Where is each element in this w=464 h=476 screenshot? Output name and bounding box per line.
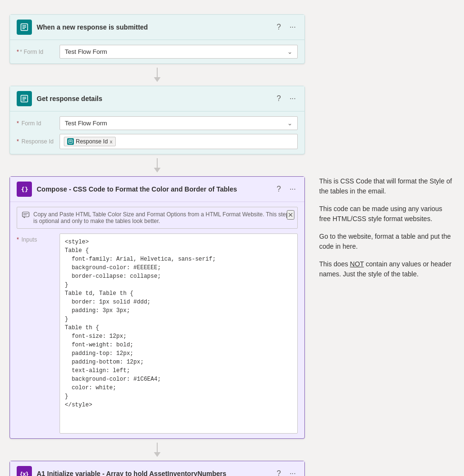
step1-card: When a new response is submitted ? ··· *… [10,14,305,64]
connector-1-line [157,68,158,77]
step3-hint-close-button[interactable]: ✕ [287,210,294,220]
tag-forms-icon [67,138,74,145]
step3-title: Compose - CSS Code to Format the Color a… [37,185,270,193]
step1-chevron-icon: ⌄ [287,48,293,55]
step3-inputs-row: * Inputs <style> Table { font-family: Ar… [17,233,298,434]
step2-form-id-label: * Form Id [17,120,55,127]
step1-body: ** Form Id Test Flow Form ⌄ [10,40,304,63]
step1-form-id-row: ** Form Id Test Flow Form ⌄ [17,45,298,59]
annotation-para2: This code can be made using any various … [319,204,454,224]
response-id-remove-button[interactable]: x [110,139,112,144]
annotation-column: This is CSS Code that will format the St… [314,14,454,287]
step1-actions: ? ··· [275,22,298,32]
forms2-icon [20,94,29,103]
step2-response-id-label: * Response Id [17,138,55,145]
annotation-para3: Go to the website, format a table and pu… [319,232,454,252]
step4-icon: {x} [17,466,32,476]
step2-card: Get response details ? ··· * Form Id Tes… [10,86,305,154]
step4-card: {x} A1 Initialize variable - Array to ho… [10,461,305,476]
response-id-tag-text: Response Id [76,138,108,145]
connector-2-arrow [154,168,161,172]
connector-2 [154,154,161,176]
step3-more-button[interactable]: ··· [288,184,298,194]
step2-header: Get response details ? ··· [10,86,304,111]
step2-help-button[interactable]: ? [275,93,283,104]
step3-inputs-label: * Inputs [17,233,55,243]
step4-header: {x} A1 Initialize variable - Array to ho… [10,461,304,476]
step3-header: {} Compose - CSS Code to Format the Colo… [10,177,304,202]
step3-inputs-textarea[interactable]: <style> Table { font-family: Arial, Helv… [60,233,298,434]
connector-2-line [157,158,158,168]
step1-help-button[interactable]: ? [275,22,283,32]
annotation-para1: This is CSS Code that will format the St… [319,176,454,196]
step2-form-id-select[interactable]: Test Flow Form ⌄ [60,116,298,130]
step1-title: When a new response is submitted [37,23,270,31]
compose-icon: {} [20,184,29,194]
step4-actions: ? ··· [275,468,298,476]
annotation-para4-before: This does [319,260,350,268]
step2-response-id-field[interactable]: Response Id x [60,134,298,149]
svg-text:{}: {} [21,186,29,193]
step3-body: Copy and Paste HTML Table Color Size and… [10,202,304,438]
step2-chevron-icon: ⌄ [287,120,293,127]
forms-icon [20,22,29,32]
step2-form-id-row: * Form Id Test Flow Form ⌄ [17,116,298,130]
annotation-para4-underline: NOT [350,260,364,268]
page-container: When a new response is submitted ? ··· *… [0,10,464,476]
step2-icon [17,91,32,106]
step4-more-button[interactable]: ··· [288,468,298,476]
chat-icon [22,212,30,221]
step1-form-id-select[interactable]: Test Flow Form ⌄ [60,45,298,59]
step3-icon: {} [17,182,32,197]
step3-card: {} Compose - CSS Code to Format the Colo… [10,176,305,439]
step3-hint-banner: Copy and Paste HTML Table Color Size and… [17,207,298,229]
step1-form-id-label: ** Form Id [17,49,55,55]
svg-rect-12 [22,212,29,217]
step4-help-button[interactable]: ? [275,468,283,476]
connector-1-arrow [154,77,161,82]
connector-3-arrow [154,452,161,457]
connector-3 [154,439,161,461]
connector-1 [154,64,161,86]
step3-hint-text: Copy and Paste HTML Table Color Size and… [33,211,293,224]
step2-response-id-row: * Response Id Response Id [17,134,298,149]
step1-header: When a new response is submitted ? ··· [10,15,304,40]
svg-marker-15 [23,217,25,218]
step2-actions: ? ··· [275,93,298,104]
step2-title: Get response details [37,95,270,102]
step2-more-button[interactable]: ··· [288,93,298,104]
connector-3-line [157,443,158,452]
step3-actions: ? ··· [275,184,298,194]
step2-body: * Form Id Test Flow Form ⌄ * Response Id [10,111,304,154]
step4-title: A1 Initialize variable - Array to hold A… [37,470,270,476]
step3-help-button[interactable]: ? [275,184,283,194]
step1-more-button[interactable]: ··· [288,22,298,32]
step2-form-id-value: Test Flow Form [65,120,107,127]
step1-form-id-value: Test Flow Form [65,48,107,55]
flow-column: When a new response is submitted ? ··· *… [10,14,305,476]
annotation-para4: This does NOT contain any values or head… [319,259,454,279]
step1-icon [17,20,32,35]
response-id-tag: Response Id x [64,137,116,146]
